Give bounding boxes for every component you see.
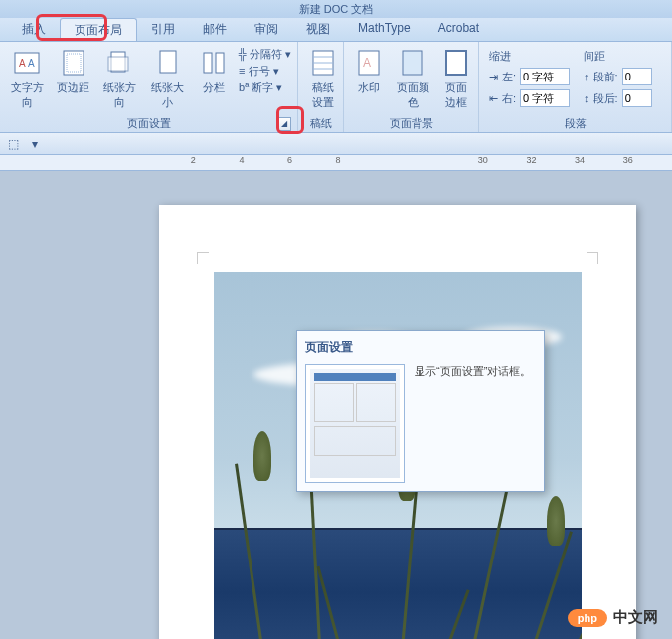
orientation-icon [103, 47, 135, 79]
indent-left-input[interactable] [520, 68, 570, 85]
document-title: 新建 DOC 文档 [299, 3, 374, 15]
group-manuscript: 稿纸 设置 稿纸 [298, 42, 344, 132]
indent-left-icon: ⇥ [489, 71, 498, 83]
group-page-background: A 水印 页面颜色 页面 边框 页面背景 [344, 42, 479, 132]
margins-icon [58, 47, 89, 79]
size-button[interactable]: 纸张大小 [144, 45, 191, 112]
page-border-button[interactable]: 页面 边框 [435, 45, 477, 112]
margin-mark-tr [587, 252, 598, 264]
page-setup-tooltip: 页面设置 显示“页面设置”对话框。 [296, 330, 545, 492]
tab-acrobat[interactable]: Acrobat [424, 18, 493, 41]
horizontal-ruler[interactable]: 2 4 6 8 30 32 34 36 [0, 155, 672, 171]
group-label-background: 页面背景 [348, 116, 474, 132]
tooltip-title: 页面设置 [305, 339, 536, 356]
page-setup-small-items: ╬ 分隔符 ▾ ≡ 行号 ▾ bª 断字 ▾ [237, 45, 293, 97]
svg-text:A: A [19, 58, 26, 69]
spacing-after-icon: ↕ [584, 92, 589, 104]
manuscript-icon [307, 47, 339, 79]
breaks-button[interactable]: ╬ 分隔符 ▾ [239, 47, 291, 62]
columns-button[interactable]: 分栏 [193, 45, 235, 97]
margin-mark-tl [197, 252, 209, 264]
tab-mathtype[interactable]: MathType [344, 18, 424, 41]
size-icon [152, 47, 184, 79]
svg-rect-16 [403, 51, 422, 75]
quick-toolbar: ⬚ ▾ [0, 133, 672, 155]
ribbon-tabs: 插入 页面布局 引用 邮件 审阅 视图 MathType Acrobat [0, 18, 672, 42]
group-label-page-setup: 页面设置 ◢ [4, 116, 293, 132]
indent-section: 缩进 ⇥ 左: ⇤ 右: [483, 45, 576, 115]
watermark-badge: php [568, 609, 607, 627]
page-color-icon [397, 47, 428, 79]
line-numbers-button[interactable]: ≡ 行号 ▾ [239, 64, 291, 79]
spacing-before-icon: ↕ [584, 71, 589, 82]
tab-review[interactable]: 审阅 [241, 18, 292, 41]
indent-right-input[interactable] [520, 89, 570, 107]
manuscript-settings-button[interactable]: 稿纸 设置 [302, 45, 344, 112]
group-paragraph: 缩进 ⇥ 左: ⇤ 右: 间距 ↕ 段前: [479, 42, 672, 132]
tab-insert[interactable]: 插入 [8, 18, 60, 41]
group-label-paragraph: 段落 [483, 116, 667, 132]
svg-rect-6 [108, 57, 128, 71]
watermark-text: 中文网 [613, 608, 658, 627]
document-area: 2 4 6 8 30 32 34 36 [0, 155, 672, 639]
spacing-after-input[interactable] [622, 89, 652, 107]
hyphenation-button[interactable]: bª 断字 ▾ [239, 80, 291, 95]
spacing-before-input[interactable] [622, 68, 652, 85]
tab-references[interactable]: 引用 [137, 18, 189, 41]
spacing-section: 间距 ↕ 段前: ↕ 段后: [578, 45, 658, 115]
qt-button-1[interactable]: ⬚ [4, 135, 22, 153]
tab-page-layout[interactable]: 页面布局 [60, 18, 137, 41]
tab-mailings[interactable]: 邮件 [189, 18, 241, 41]
title-bar: 新建 DOC 文档 [0, 0, 672, 18]
watermark-icon: A [353, 47, 385, 79]
tooltip-preview-image [305, 364, 405, 483]
page-border-icon [440, 47, 472, 79]
group-page-setup: AA 文字方向 页边距 纸张方向 纸张大小 分栏 ╬ 分隔符 ▾ ≡ 行号 [0, 42, 298, 132]
ribbon: AA 文字方向 页边距 纸张方向 纸张大小 分栏 ╬ 分隔符 ▾ ≡ 行号 [0, 42, 672, 133]
margins-button[interactable]: 页边距 [53, 45, 94, 97]
tooltip-description: 显示“页面设置”对话框。 [415, 364, 536, 483]
svg-text:A: A [363, 56, 371, 70]
svg-rect-17 [446, 51, 466, 75]
text-direction-icon: AA [11, 47, 43, 79]
columns-icon [198, 47, 230, 79]
site-watermark: php 中文网 [568, 608, 658, 627]
tab-view[interactable]: 视图 [292, 18, 344, 41]
svg-rect-7 [160, 51, 176, 73]
svg-text:A: A [28, 58, 35, 69]
page-color-button[interactable]: 页面颜色 [392, 45, 433, 112]
svg-rect-8 [204, 53, 212, 73]
indent-right-icon: ⇤ [489, 92, 498, 105]
watermark-button[interactable]: A 水印 [348, 45, 390, 97]
page-setup-launcher[interactable]: ◢ [277, 117, 291, 131]
svg-rect-9 [216, 53, 224, 73]
orientation-button[interactable]: 纸张方向 [96, 45, 143, 112]
text-direction-button[interactable]: AA 文字方向 [4, 45, 51, 112]
qt-button-2[interactable]: ▾ [26, 135, 44, 153]
group-label-manuscript: 稿纸 [302, 116, 339, 132]
